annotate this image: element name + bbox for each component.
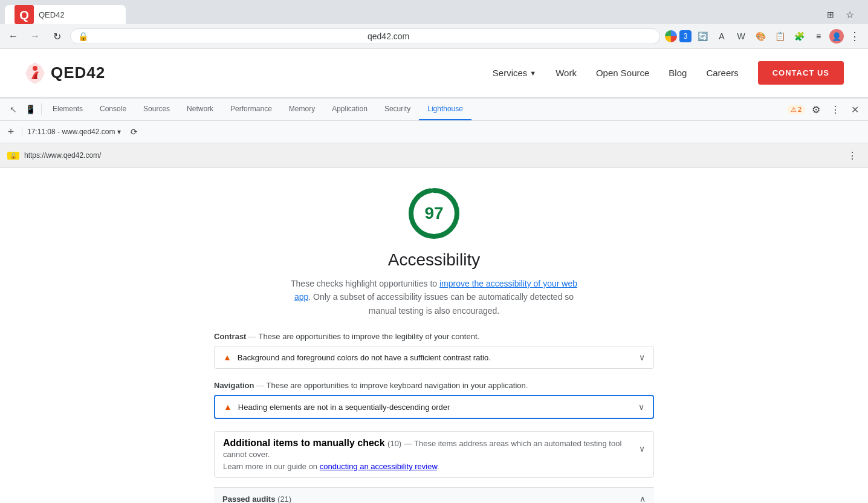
contrast-audit-header[interactable]: ▲ Background and foreground colors do no… bbox=[215, 346, 653, 368]
tab-elements[interactable]: Elements bbox=[44, 99, 91, 120]
devtools-url: https://www.qed42.com/ bbox=[24, 151, 101, 160]
additional-section: Additional items to manually check (10) … bbox=[214, 431, 654, 478]
devtools-toolbar: + 17:11:08 - www.qed42.com ▾ ⟳ bbox=[0, 121, 868, 143]
warning-icon: ▲ bbox=[223, 352, 232, 362]
dropdown-arrow: ▾ bbox=[117, 128, 121, 136]
additional-header[interactable]: Additional items to manually check (10) … bbox=[223, 438, 645, 459]
browser-tab[interactable]: Q QED42 bbox=[5, 5, 126, 24]
accessibility-title: Accessibility bbox=[0, 250, 868, 270]
logo-text: QED42 bbox=[51, 63, 105, 82]
tab-divider bbox=[41, 103, 42, 115]
warning-icon-nav: ▲ bbox=[224, 402, 232, 412]
navigation-audit-item: ▲ Heading elements are not in a sequenti… bbox=[214, 395, 654, 419]
nav-services[interactable]: Services ▼ bbox=[493, 68, 536, 78]
devtools-tab-bar: ↖ 📱 Elements Console Sources Network Per… bbox=[0, 99, 868, 121]
warning-badge: ⚠ 2 bbox=[787, 105, 805, 114]
site-logo[interactable]: QED42 bbox=[24, 61, 105, 85]
url-security-icon: 🔒 bbox=[7, 152, 19, 160]
additional-label: Additional items to manually check bbox=[223, 438, 385, 448]
nav-careers[interactable]: Careers bbox=[706, 68, 738, 78]
additional-link-row: Learn more in our guide on conducting an… bbox=[223, 462, 645, 471]
site-navigation: QED42 Services ▼ Work Open Source Blog C… bbox=[0, 49, 868, 97]
chevron-up-passed: ∧ bbox=[640, 494, 646, 503]
devtools-settings-icon[interactable]: ⚙ bbox=[808, 101, 824, 118]
nav-open-source[interactable]: Open Source bbox=[596, 68, 649, 78]
devtools-more-icon[interactable]: ⋮ bbox=[827, 101, 844, 118]
browser-toolbar-icons: ⊞ ☆ bbox=[822, 6, 863, 23]
chevron-down-icon: ∨ bbox=[639, 352, 645, 362]
tab-lighthouse[interactable]: Lighthouse bbox=[419, 99, 471, 120]
devtools-panel: ↖ 📱 Elements Console Sources Network Per… bbox=[0, 97, 868, 503]
tab-network[interactable]: Network bbox=[178, 99, 222, 120]
tab-console[interactable]: Console bbox=[91, 99, 135, 120]
warning-count: 2 bbox=[798, 106, 802, 113]
chevron-down-additional: ∨ bbox=[639, 444, 645, 453]
ext-icon-5[interactable]: 🎨 bbox=[752, 28, 769, 45]
navigation-section-header: Navigation — These are opportunities to … bbox=[214, 381, 654, 390]
ext-icon-1[interactable]: 3 bbox=[679, 30, 691, 42]
passed-label: Passed audits bbox=[222, 495, 275, 503]
score-number: 97 bbox=[424, 204, 443, 223]
additional-count: (10) bbox=[387, 439, 401, 448]
chrome-icon[interactable] bbox=[665, 30, 677, 42]
score-circle-container: 97 bbox=[0, 186, 868, 241]
score-circle: 97 bbox=[407, 186, 461, 241]
passed-audits-header[interactable]: Passed audits (21) ∧ bbox=[214, 487, 654, 503]
devtools-toolbar-icons: ⚠ 2 ⚙ ⋮ ✕ bbox=[787, 101, 863, 118]
ext-icon-2[interactable]: 🔄 bbox=[694, 28, 711, 45]
browser-chrome: Q QED42 ⊞ ☆ ← → ↻ 🔒 qed42.com 3 🔄 A W 🎨 … bbox=[0, 0, 868, 49]
svg-point-3 bbox=[33, 66, 37, 71]
address-text: qed42.com bbox=[368, 31, 652, 41]
tab-application[interactable]: Application bbox=[323, 99, 376, 120]
nav-blog[interactable]: Blog bbox=[669, 68, 687, 78]
lighthouse-content: 97 Accessibility These checks highlight … bbox=[0, 168, 868, 503]
contact-us-button[interactable]: CONTACT US bbox=[758, 61, 844, 85]
contrast-audit-label: Background and foreground colors do not … bbox=[238, 353, 633, 362]
navigation-audit-header[interactable]: ▲ Heading elements are not in a sequenti… bbox=[215, 396, 653, 418]
svg-text:Q: Q bbox=[19, 8, 29, 22]
lock-icon: 🔒 bbox=[78, 31, 363, 41]
ext-icon-3[interactable]: A bbox=[713, 28, 730, 45]
passed-count: (21) bbox=[277, 495, 291, 503]
back-button[interactable]: ← bbox=[5, 28, 22, 45]
browser-tab-bar: Q QED42 ⊞ ☆ bbox=[0, 0, 868, 24]
star-icon-btn[interactable]: ☆ bbox=[841, 6, 858, 23]
audit-section: Contrast — These are opportunities to im… bbox=[204, 332, 664, 503]
toolbar-time: 17:11:08 - www.qed42.com ▾ bbox=[27, 128, 121, 136]
ext-puzzle[interactable]: 🧩 bbox=[791, 28, 808, 45]
devtools-url-bar: 🔒 https://www.qed42.com/ ⋮ bbox=[0, 143, 868, 168]
contrast-section-header: Contrast — These are opportunities to im… bbox=[214, 332, 654, 341]
grid-icon-btn[interactable]: ⊞ bbox=[822, 6, 839, 23]
ext-icon-7[interactable]: ≡ bbox=[810, 28, 827, 45]
nav-links: Services ▼ Work Open Source Blog Careers… bbox=[493, 61, 844, 85]
tab-memory[interactable]: Memory bbox=[280, 99, 323, 120]
tab-security[interactable]: Security bbox=[376, 99, 419, 120]
tab-performance[interactable]: Performance bbox=[222, 99, 280, 120]
contrast-audit-item: ▲ Background and foreground colors do no… bbox=[214, 346, 654, 369]
refresh-icon[interactable]: ⟳ bbox=[126, 123, 143, 140]
reload-button[interactable]: ↻ bbox=[48, 28, 65, 45]
ext-icon-6[interactable]: 📋 bbox=[771, 28, 788, 45]
more-menu-button[interactable]: ⋮ bbox=[846, 28, 863, 45]
toolbar-divider bbox=[22, 127, 22, 137]
devtools-device-icon[interactable]: 📱 bbox=[22, 101, 39, 118]
passed-section: Passed audits (21) ∧ ● [aria-*] attribut… bbox=[214, 487, 654, 503]
address-bar[interactable]: 🔒 qed42.com bbox=[70, 28, 660, 44]
user-avatar[interactable]: 👤 bbox=[829, 29, 844, 44]
nav-work[interactable]: Work bbox=[555, 68, 577, 78]
accessibility-review-link[interactable]: conducting an accessibility review bbox=[320, 462, 437, 471]
browser-controls-bar: ← → ↻ 🔒 qed42.com 3 🔄 A W 🎨 📋 🧩 ≡ 👤 ⋮ bbox=[0, 24, 868, 49]
accessibility-description: These checks highlight opportunities to … bbox=[283, 277, 585, 317]
extension-icons: 3 🔄 A W 🎨 📋 🧩 ≡ 👤 ⋮ bbox=[665, 28, 863, 45]
forward-button[interactable]: → bbox=[27, 28, 44, 45]
tab-favicon: Q bbox=[15, 4, 34, 25]
add-icon[interactable]: + bbox=[5, 126, 17, 138]
devtools-inspect-icon[interactable]: ↖ bbox=[5, 101, 22, 118]
tab-sources[interactable]: Sources bbox=[135, 99, 178, 120]
services-arrow-icon: ▼ bbox=[530, 70, 536, 77]
url-more-icon[interactable]: ⋮ bbox=[844, 147, 861, 164]
chevron-down-icon-nav: ∨ bbox=[638, 402, 644, 412]
logo-flame-icon bbox=[24, 61, 46, 85]
ext-icon-4[interactable]: W bbox=[733, 28, 750, 45]
devtools-close-icon[interactable]: ✕ bbox=[846, 101, 863, 118]
